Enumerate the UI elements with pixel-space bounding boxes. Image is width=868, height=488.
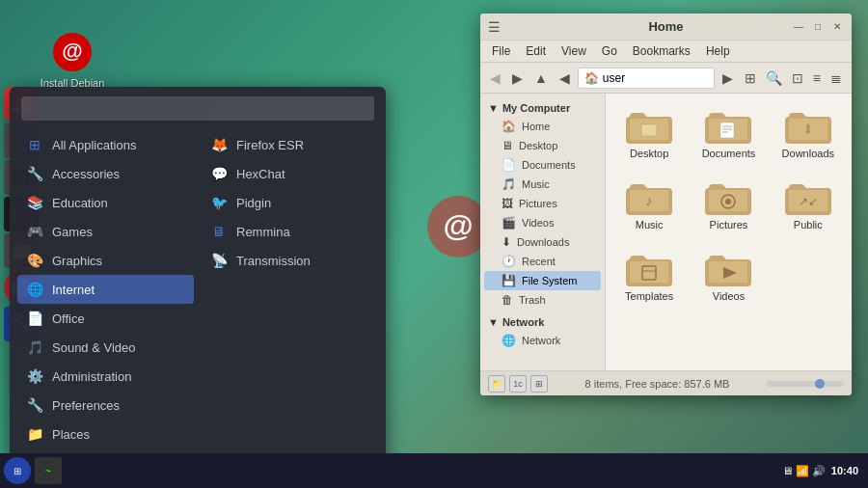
menu-transmission[interactable]: 📡 Transmission (202, 246, 378, 275)
file-menu[interactable]: File (484, 42, 518, 60)
documents-folder-icon (705, 107, 751, 146)
menu-pidgin[interactable]: 🐦 Pidgin (202, 188, 378, 217)
sidebar-videos[interactable]: 🎬 Videos (484, 213, 601, 232)
folder-documents[interactable]: Documents (692, 101, 764, 165)
minimize-button[interactable]: — (792, 20, 805, 34)
taskbar-apps-button[interactable]: ⊞ (4, 457, 31, 484)
folder-downloads[interactable]: ⬇ Downloads (773, 101, 844, 165)
menu-all-apps[interactable]: ⊞ All Applications (17, 130, 194, 159)
back-path-button[interactable]: ◀ (556, 68, 574, 88)
menu-graphics[interactable]: 🎨 Graphics (17, 246, 194, 275)
folder-public[interactable]: ↗↙ Public (773, 173, 844, 236)
view-menu[interactable]: View (554, 42, 594, 60)
administration-icon: ⚙️ (25, 366, 44, 386)
folder-templates[interactable]: Templates (613, 244, 685, 308)
menu-games[interactable]: 🎮 Games (17, 217, 194, 246)
sidebar-documents[interactable]: 📄 Documents (484, 155, 601, 175)
menu-office[interactable]: 📄 Office (17, 304, 194, 333)
folder-music[interactable]: ♪ Music (613, 173, 685, 236)
zoom-slider[interactable] (767, 381, 844, 387)
all-apps-icon: ⊞ (25, 135, 44, 154)
sidebar-pictures[interactable]: 🖼 Pictures (484, 194, 601, 213)
install-debian-icon[interactable]: @ Install Debian (39, 29, 106, 89)
view-buttons: ⊞ 🔍 ⊡ ≡ ≣ (741, 68, 846, 88)
folder-pictures[interactable]: Pictures (692, 173, 764, 236)
graphics-icon: 🎨 (25, 251, 44, 270)
sidebar-network[interactable]: 🌐 Network (484, 331, 601, 350)
sidebar-downloads[interactable]: ⬇ Downloads (484, 232, 601, 252)
home-folder-icon: 🏠 (502, 120, 516, 133)
svg-text:♪: ♪ (646, 193, 653, 208)
path-bar: 🏠 user (578, 68, 715, 89)
menu-internet[interactable]: 🌐 Internet (17, 275, 194, 304)
menu-hexchat[interactable]: 💬 HexChat (202, 159, 378, 188)
window-title: Home (648, 19, 683, 34)
edit-menu[interactable]: Edit (518, 42, 554, 60)
go-menu[interactable]: Go (594, 42, 625, 60)
toolbar: ◀ ▶ ▲ ◀ 🏠 user ▶ ⊞ 🔍 ⊡ ≡ ≣ (480, 63, 852, 94)
taskbar-terminal-button[interactable]: ~ (35, 457, 62, 484)
internet-icon: 🌐 (25, 280, 44, 299)
sidebar-trash[interactable]: 🗑 Trash (484, 290, 601, 310)
list-view-button[interactable]: ≡ (809, 68, 825, 88)
statusbar-folder-icon[interactable]: 📁 (488, 375, 505, 393)
home-icon: 🏠 (584, 71, 599, 85)
folder-videos[interactable]: Videos (692, 244, 764, 308)
network-section: ▼ Network 🌐 Network (480, 312, 605, 352)
help-menu[interactable]: Help (698, 42, 738, 60)
svg-text:@: @ (443, 208, 473, 243)
music-folder-icon: 🎵 (502, 177, 516, 191)
sidebar-desktop[interactable]: 🖥 Desktop (484, 136, 601, 155)
menu-administration[interactable]: ⚙️ Administration (17, 362, 194, 391)
up-button[interactable]: ▲ (530, 68, 552, 88)
sidebar-recent[interactable]: 🕐 Recent (484, 252, 601, 271)
fm-sidebar: ▼ My Computer 🏠 Home 🖥 Desktop 📄 Documen… (480, 94, 606, 370)
pictures-folder-icon (705, 178, 751, 217)
menu-accessories[interactable]: 🔧 Accessories (17, 159, 194, 188)
desktop-folder-icon: 🖥 (502, 139, 513, 152)
svg-text:⬇: ⬇ (802, 122, 814, 137)
sidebar-filesystem[interactable]: 💾 File System (484, 271, 601, 290)
forward-path-button[interactable]: ▶ (719, 68, 737, 88)
collapse-icon: ▼ (488, 102, 499, 114)
grid-view-button[interactable]: ⊡ (788, 68, 807, 88)
search-input[interactable] (21, 96, 374, 121)
forward-button[interactable]: ▶ (508, 68, 527, 88)
back-button[interactable]: ◀ (486, 68, 504, 88)
details-view-button[interactable]: ≣ (827, 68, 846, 88)
close-button[interactable]: ✕ (830, 20, 844, 34)
public-label: Public (794, 219, 823, 230)
search-button[interactable]: 🔍 (762, 68, 786, 88)
menu-preferences[interactable]: 🔧 Preferences (17, 391, 194, 420)
hamburger-icon[interactable]: ☰ (488, 19, 501, 35)
statusbar-edit-icon[interactable]: 1c (509, 375, 527, 393)
statusbar-view-icon[interactable]: ⊞ (530, 375, 548, 393)
menu-sound-video[interactable]: 🎵 Sound & Video (17, 333, 194, 362)
bookmarks-menu[interactable]: Bookmarks (625, 42, 698, 60)
sidebar-music[interactable]: 🎵 Music (484, 175, 601, 194)
menu-education[interactable]: 📚 Education (17, 188, 194, 217)
accessories-icon: 🔧 (25, 164, 44, 183)
menu-bar: File Edit View Go Bookmarks Help (480, 41, 852, 63)
my-computer-header[interactable]: ▼ My Computer (480, 99, 605, 117)
maximize-button[interactable]: □ (811, 20, 825, 34)
sound-video-icon: 🎵 (25, 338, 44, 357)
menu-remmina[interactable]: 🖥 Remmina (202, 217, 378, 246)
svg-point-12 (725, 199, 731, 204)
menu-places[interactable]: 📁 Places (17, 420, 194, 448)
videos-label: Videos (713, 290, 745, 302)
debian-logo: @ (49, 29, 95, 75)
sidebar-home[interactable]: 🏠 Home (484, 117, 601, 136)
menu-firefox[interactable]: 🦊 Firefox ESR (202, 130, 378, 159)
network-icon: 🌐 (502, 334, 516, 347)
new-folder-button[interactable]: ⊞ (741, 68, 760, 88)
file-manager-window: ☰ Home — □ ✕ File Edit View Go Bookmarks… (480, 14, 852, 395)
desktop-folder-icon (626, 107, 672, 146)
templates-folder-icon (626, 250, 672, 288)
window-controls: — □ ✕ (792, 20, 844, 34)
folder-desktop[interactable]: Desktop (613, 101, 685, 165)
search-bar (10, 87, 386, 130)
documents-folder-icon: 📄 (502, 158, 516, 172)
network-header[interactable]: ▼ Network (480, 313, 605, 331)
zoom-thumb (815, 379, 825, 389)
